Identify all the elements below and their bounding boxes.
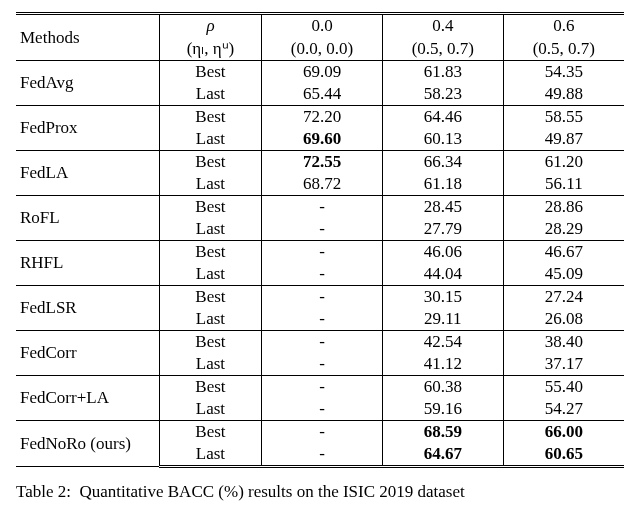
cell-value: 28.29	[503, 218, 624, 241]
row-label-last: Last	[159, 218, 261, 241]
cell-value: -	[262, 443, 383, 467]
col-methods: Methods	[16, 14, 159, 61]
row-label-best: Best	[159, 376, 261, 399]
cell-value: 28.45	[382, 196, 503, 219]
cell-value: 49.87	[503, 128, 624, 151]
method-name: RHFL	[16, 241, 159, 286]
cell-value: 41.12	[382, 353, 503, 376]
cell-value: 38.40	[503, 331, 624, 354]
cell-value: -	[262, 308, 383, 331]
cell-value: 68.72	[262, 173, 383, 196]
rho-val-1: 0.4	[382, 14, 503, 38]
cell-value: 45.09	[503, 263, 624, 286]
cell-value: 72.20	[262, 106, 383, 129]
cell-value: 54.35	[503, 61, 624, 84]
cell-value: 61.83	[382, 61, 503, 84]
row-label-best: Best	[159, 331, 261, 354]
table-body: FedAvgBest69.0961.8354.35Last65.4458.234…	[16, 61, 624, 467]
cell-value: 60.65	[503, 443, 624, 467]
cell-value: -	[262, 353, 383, 376]
row-label-last: Last	[159, 308, 261, 331]
cell-value: -	[262, 241, 383, 264]
cell-value: 69.60	[262, 128, 383, 151]
method-name: RoFL	[16, 196, 159, 241]
cell-value: 59.16	[382, 398, 503, 421]
table-caption: Table 2: Quantitative BACC (%) results o…	[16, 482, 624, 502]
rho-val-2: 0.6	[503, 14, 624, 38]
cell-value: -	[262, 263, 383, 286]
cell-value: 46.06	[382, 241, 503, 264]
row-label-last: Last	[159, 443, 261, 467]
method-name: FedNoRo (ours)	[16, 421, 159, 467]
cell-value: 49.88	[503, 83, 624, 106]
method-name: FedCorr	[16, 331, 159, 376]
cell-value: 65.44	[262, 83, 383, 106]
cell-value: 55.40	[503, 376, 624, 399]
cell-value: 64.46	[382, 106, 503, 129]
cell-value: -	[262, 196, 383, 219]
cell-value: 61.18	[382, 173, 503, 196]
cell-value: 72.55	[262, 151, 383, 174]
cell-value: 30.15	[382, 286, 503, 309]
row-label-last: Last	[159, 398, 261, 421]
cell-value: -	[262, 398, 383, 421]
cell-value: 44.04	[382, 263, 503, 286]
cell-value: 60.38	[382, 376, 503, 399]
cell-value: -	[262, 286, 383, 309]
row-label-last: Last	[159, 83, 261, 106]
cell-value: 56.11	[503, 173, 624, 196]
row-label-best: Best	[159, 61, 261, 84]
cell-value: 64.67	[382, 443, 503, 467]
rho-val-0: 0.0	[262, 14, 383, 38]
method-name: FedProx	[16, 106, 159, 151]
row-label-last: Last	[159, 173, 261, 196]
row-label-best: Best	[159, 151, 261, 174]
cell-value: -	[262, 331, 383, 354]
cell-value: 58.55	[503, 106, 624, 129]
method-name: FedLSR	[16, 286, 159, 331]
cell-value: 27.79	[382, 218, 503, 241]
cell-value: 46.67	[503, 241, 624, 264]
rho-label: ρ	[159, 14, 261, 38]
cell-value: 66.34	[382, 151, 503, 174]
cell-value: -	[262, 218, 383, 241]
row-label-best: Best	[159, 286, 261, 309]
cell-value: 28.86	[503, 196, 624, 219]
row-label-last: Last	[159, 128, 261, 151]
cell-value: 61.20	[503, 151, 624, 174]
cell-value: -	[262, 376, 383, 399]
row-label-last: Last	[159, 263, 261, 286]
cell-value: 69.09	[262, 61, 383, 84]
method-name: FedLA	[16, 151, 159, 196]
cell-value: 66.00	[503, 421, 624, 444]
method-name: FedAvg	[16, 61, 159, 106]
row-label-best: Best	[159, 196, 261, 219]
cell-value: 26.08	[503, 308, 624, 331]
eta-val-0: (0.0, 0.0)	[262, 37, 383, 61]
row-label-best: Best	[159, 106, 261, 129]
cell-value: 58.23	[382, 83, 503, 106]
eta-val-2: (0.5, 0.7)	[503, 37, 624, 61]
row-label-best: Best	[159, 421, 261, 444]
method-name: FedCorr+LA	[16, 376, 159, 421]
row-label-best: Best	[159, 241, 261, 264]
results-table: Methods ρ 0.0 0.4 0.6 (ηₗ, ηᵘ) (0.0, 0.0…	[16, 12, 624, 468]
row-label-last: Last	[159, 353, 261, 376]
cell-value: 27.24	[503, 286, 624, 309]
eta-label: (ηₗ, ηᵘ)	[159, 37, 261, 61]
cell-value: 60.13	[382, 128, 503, 151]
table-header: Methods ρ 0.0 0.4 0.6 (ηₗ, ηᵘ) (0.0, 0.0…	[16, 14, 624, 61]
eta-val-1: (0.5, 0.7)	[382, 37, 503, 61]
cell-value: 54.27	[503, 398, 624, 421]
cell-value: 29.11	[382, 308, 503, 331]
cell-value: -	[262, 421, 383, 444]
cell-value: 37.17	[503, 353, 624, 376]
cell-value: 42.54	[382, 331, 503, 354]
cell-value: 68.59	[382, 421, 503, 444]
